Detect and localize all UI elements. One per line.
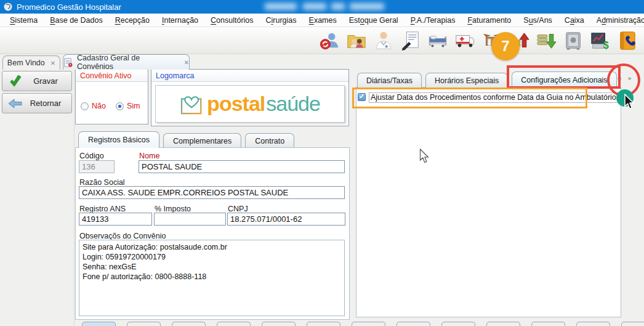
menu-item-estoque-geral[interactable]: Estoque Geral	[343, 15, 405, 26]
finance-chart-icon[interactable]: $	[589, 29, 612, 52]
menu-item-sistema[interactable]: Sistema	[4, 15, 44, 26]
tab-scroll-arrows[interactable]: ◄ ►	[616, 75, 633, 81]
cnpj-input[interactable]	[227, 213, 345, 226]
nome-input[interactable]	[139, 160, 345, 173]
bottom-tab-strip	[82, 322, 644, 326]
configuracoes-adicionais-panel	[356, 87, 621, 317]
bottom-tab-3[interactable]	[172, 322, 206, 326]
observacoes-label: Observaçõs do Convênio	[79, 232, 166, 240]
registros-basicos-panel: Código Nome Razão Social Registro ANS % …	[75, 147, 350, 320]
close-icon[interactable]: ✕	[50, 60, 55, 67]
gravar-label: Gravar	[28, 76, 71, 86]
logo-text-postal: postal	[207, 92, 265, 116]
check-icon	[2, 75, 28, 88]
ambulance-icon[interactable]	[453, 29, 477, 52]
ajustar-data-row[interactable]: Ajustar Data dos Procedimentos conforme …	[358, 92, 618, 103]
ajustar-data-label: Ajustar Data dos Procedimentos conforme …	[369, 92, 618, 103]
menu-item-administracao[interactable]: Administração	[590, 15, 644, 26]
money-down-icon[interactable]	[534, 29, 558, 52]
radio-icon[interactable]	[116, 102, 124, 110]
toolbar: $	[0, 27, 644, 54]
bottom-tab-7[interactable]	[352, 322, 385, 326]
bottom-tab-4[interactable]	[217, 322, 251, 326]
scroll-left-icon[interactable]: ◄	[616, 75, 622, 81]
codigo-input	[79, 160, 115, 173]
codigo-label: Código	[79, 152, 104, 160]
annotation-cursor	[624, 94, 635, 112]
registro-ans-label: Registro ANS	[79, 205, 126, 213]
menu-item-cirurgias[interactable]: Cirurgias	[260, 15, 303, 26]
cnpj-label: CNPJ	[228, 205, 248, 213]
contract-icon[interactable]	[399, 29, 422, 52]
tab-diarias-taxas[interactable]: Diárias/Taxas	[357, 73, 422, 88]
title-bar: Promedico Gestão Hospitalar	[0, 0, 644, 14]
menu-bar: SistemaBase de DadosRecepçãoInternaçãoCo…	[0, 14, 644, 27]
bottom-tab-2[interactable]	[127, 322, 161, 326]
radio-sim[interactable]: Sim	[116, 102, 140, 110]
menu-item-exames[interactable]: Exames	[303, 15, 343, 26]
menu-item-caixa[interactable]: Caixa	[558, 15, 590, 26]
hospital-bed-icon[interactable]	[426, 29, 449, 52]
form-tab-row: Registros BásicosComplementaresContrato	[78, 132, 298, 148]
close-icon[interactable]: ✕	[184, 59, 189, 66]
menu-item-internacao[interactable]: Internação	[156, 15, 204, 26]
redacted-text	[303, 3, 326, 10]
observacoes-textarea[interactable]: Site para Autorização: postalsaude.com.b…	[79, 240, 345, 316]
menu-item-p-a-terapias[interactable]: P.A./Terapias	[405, 15, 462, 26]
menu-item-consultorios[interactable]: Consultórios	[204, 15, 259, 26]
menu-item-faturamento[interactable]: Faturamento	[461, 15, 517, 26]
logomarca-groupbox: Logomarca postal saúde	[151, 69, 349, 126]
tab-configuracoes-adicionais[interactable]: Configurações Adicionais	[512, 71, 616, 88]
radio-nao[interactable]: Não	[81, 102, 106, 110]
tab-registros-basicos[interactable]: Registros Básicos	[78, 131, 159, 148]
tab-horarios-especiais[interactable]: Horários Especiais	[425, 73, 508, 88]
bottom-tab-10[interactable]	[486, 322, 520, 326]
menu-item-base-de-dados[interactable]: Base de Dados	[44, 15, 108, 26]
app-icon	[4, 2, 12, 11]
step-badge: 7	[491, 32, 520, 60]
razao-social-label: Razão Social	[79, 178, 125, 187]
radio-icon[interactable]	[81, 102, 89, 110]
doctor-icon[interactable]	[372, 29, 395, 52]
gravar-button[interactable]: Gravar	[2, 71, 72, 91]
logo-text-saude: saúde	[266, 92, 320, 116]
radio-nao-label: Não	[92, 102, 106, 110]
menu-item-recepcao[interactable]: Recepção	[109, 15, 156, 26]
tab-label: Bem Vindo	[7, 59, 45, 67]
svg-text:$: $	[603, 39, 609, 51]
bottom-tab-1[interactable]	[82, 322, 116, 326]
imposto-label: % Imposto	[155, 205, 191, 213]
registro-ans-input[interactable]	[79, 213, 152, 226]
bottom-tab-12[interactable]	[576, 322, 610, 326]
envelope-heart-icon	[180, 93, 206, 115]
sidebar-separator	[74, 54, 74, 326]
bottom-tab-8[interactable]	[396, 322, 430, 326]
tab-bem-vindo[interactable]: Bem Vindo ✕	[2, 55, 60, 70]
scroll-right-icon[interactable]: ►	[627, 75, 633, 81]
users-sync-icon[interactable]	[318, 29, 341, 52]
right-tab-row: Diárias/TaxasHorários EspeciaisConfigura…	[357, 72, 621, 88]
phone-book-icon[interactable]	[616, 29, 639, 52]
bottom-tab-13[interactable]	[621, 322, 644, 326]
retornar-button[interactable]: Retornar	[2, 93, 72, 113]
imposto-input[interactable]	[154, 213, 226, 226]
safe-icon[interactable]	[561, 29, 585, 52]
tab-complementares[interactable]: Complementares	[163, 133, 241, 148]
ajustar-data-checkbox[interactable]	[358, 93, 366, 101]
bottom-tab-6[interactable]	[307, 322, 340, 326]
bottom-tab-9[interactable]	[441, 322, 475, 326]
window-title: Promedico Gestão Hospitalar	[17, 2, 121, 12]
tab-contrato[interactable]: Contrato	[245, 133, 294, 148]
convenio-ativo-title: Convênio Ativo	[76, 70, 148, 82]
patient-records-icon[interactable]	[345, 29, 368, 52]
redacted-text	[331, 3, 345, 10]
redacted-text	[350, 3, 384, 10]
bottom-tab-5[interactable]	[262, 322, 296, 326]
tab-label: Cadastro Geral de Convênios	[77, 54, 179, 71]
bottom-tab-11[interactable]	[531, 322, 565, 326]
razao-social-input[interactable]	[79, 186, 345, 199]
arrow-left-icon	[2, 98, 28, 109]
menu-item-sus-ans[interactable]: Sus/Ans	[517, 15, 558, 26]
logo-image: postal saúde	[155, 85, 345, 123]
tab-cadastro-geral-de-convenios[interactable]: Cadastro Geral de Convênios ✕	[63, 54, 190, 70]
